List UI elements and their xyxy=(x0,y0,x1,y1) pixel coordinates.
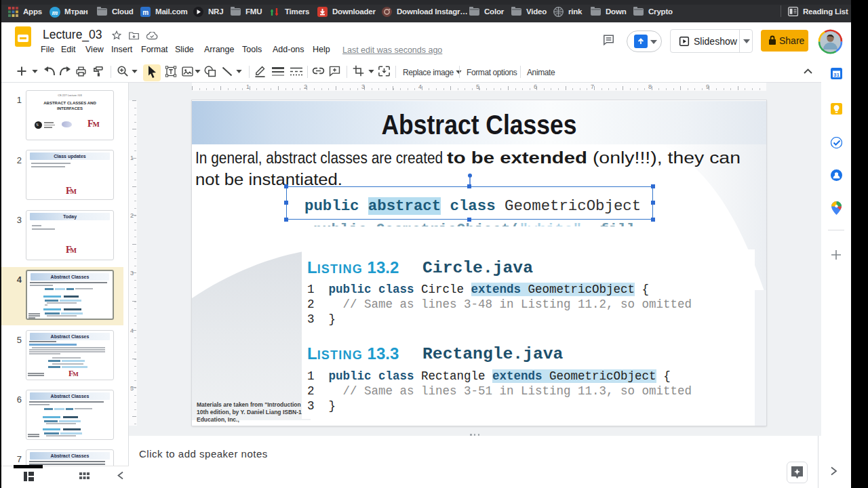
svg-text:31: 31 xyxy=(833,72,840,78)
svg-text:m: m xyxy=(142,9,149,16)
svg-text:not be instantiated.: not be instantiated. xyxy=(195,170,342,188)
svg-text:In general, abstract classes a: In general, abstract classes are created… xyxy=(195,148,741,167)
svg-text:m: m xyxy=(52,8,58,16)
